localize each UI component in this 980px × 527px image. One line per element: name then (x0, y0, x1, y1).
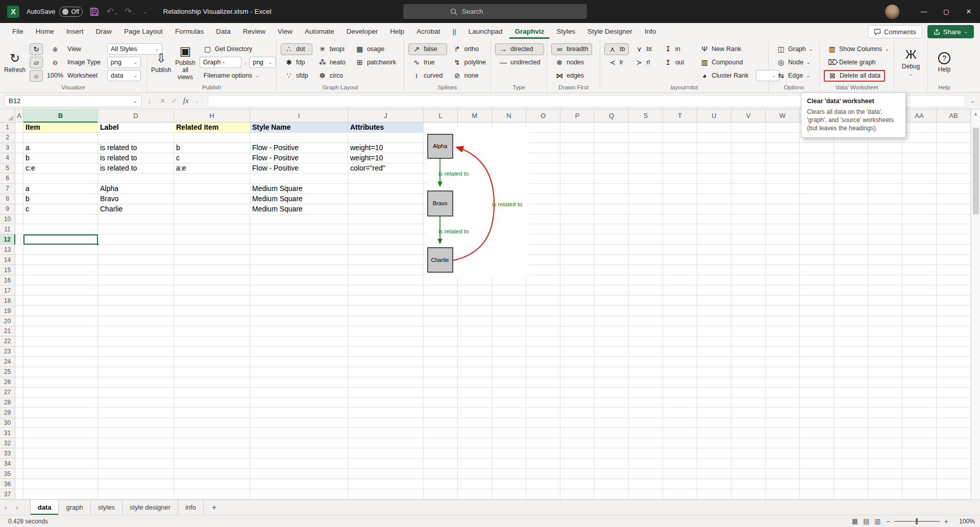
row-header-25[interactable]: 25 (0, 367, 15, 377)
sheet-tab-info[interactable]: info (178, 500, 204, 515)
row-header-34[interactable]: 34 (0, 459, 15, 469)
column-header-AA[interactable]: AA (902, 109, 937, 123)
drawn-first-nodes[interactable]: ⊗nodes (551, 57, 592, 68)
column-header-P[interactable]: P (560, 109, 595, 123)
row-header-35[interactable]: 35 (0, 469, 15, 479)
cell-B5[interactable]: c:e (23, 163, 98, 173)
row-header-30[interactable]: 30 (0, 418, 15, 428)
graph-options-dropdown[interactable]: ◫Graph⌄ (773, 43, 817, 55)
menu-tab-review[interactable]: Review (238, 25, 271, 39)
cell-J3[interactable]: weight=10 (348, 143, 424, 153)
cell-D8[interactable]: Bravo (98, 194, 174, 204)
column-header-L[interactable]: L (424, 109, 458, 123)
cell-B4[interactable]: b (23, 153, 98, 163)
drawn-first-breadth[interactable]: ∞breadth (551, 43, 592, 55)
menu-tab-help[interactable]: Help (385, 25, 409, 39)
row-header-27[interactable]: 27 (0, 388, 15, 398)
cell-D3[interactable]: is related to (98, 143, 174, 153)
cell-B9[interactable]: c (23, 204, 98, 214)
engine-sfdp[interactable]: ∵sfdp (281, 70, 312, 82)
graphviz-diagram-image[interactable]: Alpha Bravo Charlie is related to is rel… (427, 129, 529, 278)
cell-H1[interactable]: Related Item (174, 123, 250, 132)
row-header-29[interactable]: 29 (0, 408, 15, 418)
delete-all-data-button[interactable]: ⊠Delete all data (824, 70, 885, 82)
sheet-tab-style-designer[interactable]: style designer (122, 500, 178, 515)
node-options-dropdown[interactable]: ◎Node⌄ (773, 57, 814, 68)
compound-button[interactable]: ▥Compound (696, 57, 747, 68)
confirm-entry-button[interactable]: ✓ (172, 97, 177, 105)
splines-ortho[interactable]: ↱ortho (449, 43, 490, 55)
row-header-9[interactable]: 9 (0, 204, 15, 214)
filename-options-dropdown[interactable]: Filename options⌄ (200, 70, 263, 82)
row-header-24[interactable]: 24 (0, 357, 15, 367)
menu-tab-style-designer[interactable]: Style Designer (582, 25, 638, 39)
edge-port-in[interactable]: ↧in (660, 43, 688, 55)
rankdir-tb[interactable]: ⋏tb (604, 43, 629, 55)
get-directory-button[interactable]: ▢Get Directory (200, 43, 257, 55)
page-layout-view-icon[interactable]: ▤ (863, 517, 869, 525)
extension-dropdown[interactable]: png⌄ (249, 57, 276, 68)
row-header-10[interactable]: 10 (0, 214, 15, 225)
minimize-button[interactable]: — (913, 0, 935, 23)
cell-J4[interactable]: weight=10 (348, 153, 424, 163)
drawn-first-edges[interactable]: ⋈edges (551, 70, 592, 82)
column-header-U[interactable]: U (697, 109, 731, 123)
row-header-31[interactable]: 31 (0, 428, 15, 439)
menu-tab-developer[interactable]: Developer (341, 25, 383, 39)
next-sheet-icon[interactable]: › (11, 504, 22, 511)
user-avatar[interactable] (885, 5, 899, 19)
row-header-23[interactable]: 23 (0, 347, 15, 357)
previous-sheet-icon[interactable]: ‹ (0, 504, 11, 511)
zoom-out-button[interactable]: ⊖ (51, 57, 60, 68)
cell-D4[interactable]: is related to (98, 153, 174, 163)
row-header-1[interactable]: 1 (0, 123, 15, 133)
row-header-8[interactable]: 8 (0, 194, 15, 204)
row-header-36[interactable]: 36 (0, 479, 15, 489)
column-header-M[interactable]: M (458, 109, 492, 123)
column-header-J[interactable]: J (348, 109, 424, 123)
vertical-scrollbar[interactable]: ▲ (971, 109, 980, 499)
menu-tab-launchpad[interactable]: Launchpad (463, 25, 508, 39)
menu-tab-insert[interactable]: Insert (61, 25, 89, 39)
cell-I1[interactable]: Style Name (250, 123, 348, 132)
menu-tab-file[interactable]: File (7, 25, 29, 39)
column-header-V[interactable]: V (731, 109, 766, 123)
splines-curved[interactable]: ≀curved (408, 70, 447, 82)
row-header-3[interactable]: 3 (0, 143, 15, 153)
column-header-I[interactable]: I (250, 109, 348, 123)
column-header-AB[interactable]: AB (937, 109, 971, 123)
type-directed[interactable]: →directed (495, 43, 544, 55)
menu-tab-automate[interactable]: Automate (300, 25, 339, 39)
engine-fdp[interactable]: ✱fdp (281, 57, 312, 68)
column-header-D[interactable]: D (98, 109, 174, 123)
save-icon[interactable] (90, 7, 99, 16)
close-button[interactable]: ✕ (958, 0, 980, 23)
zoom-in-plus-icon[interactable]: + (944, 517, 948, 525)
show-columns-dropdown[interactable]: ▥Show Columns⌄ (824, 43, 893, 55)
cell-B3[interactable]: a (23, 143, 98, 153)
sheet-tab-styles[interactable]: styles (91, 500, 122, 515)
new-rank-button[interactable]: ΨNew Rank (696, 43, 745, 55)
vertical-scrollbar-thumb[interactable] (973, 128, 979, 214)
column-header-B[interactable]: B (23, 109, 98, 123)
cell-D7[interactable]: Alpha (98, 184, 174, 194)
sheet-tab-graph[interactable]: graph (59, 500, 90, 515)
row-header-15[interactable]: 15 (0, 265, 15, 275)
row-header-17[interactable]: 17 (0, 285, 15, 296)
cell-B1[interactable]: Item (23, 123, 98, 132)
menu-tab-graphviz[interactable]: Graphviz (509, 25, 549, 39)
maximize-button[interactable]: ▢ (935, 0, 958, 23)
row-header-7[interactable]: 7 (0, 184, 15, 194)
paint-roller-toggle[interactable]: ▱ (30, 57, 43, 68)
zoom-out-minus-icon[interactable]: − (886, 517, 890, 525)
column-header-Q[interactable]: Q (595, 109, 629, 123)
cell-H5[interactable]: a:e (174, 163, 250, 173)
cell-J1[interactable]: Attributes (348, 123, 424, 132)
column-header-A[interactable]: A (15, 109, 23, 123)
search-input[interactable]: Search (403, 4, 587, 19)
row-header-28[interactable]: 28 (0, 398, 15, 408)
cancel-entry-button[interactable]: ✕ (160, 97, 165, 105)
engine-patchwork[interactable]: ⊞patchwork (352, 57, 400, 68)
cell-J5[interactable]: color="red" (348, 163, 424, 173)
cell-I9[interactable]: Medium Square (250, 204, 348, 214)
